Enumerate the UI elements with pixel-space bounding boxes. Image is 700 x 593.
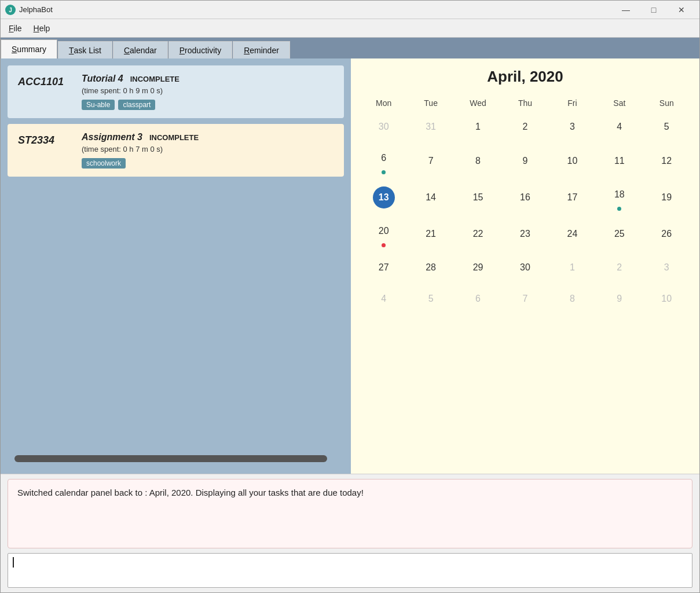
task-name-st2334: Assignment 3	[82, 132, 142, 142]
input-cursor	[13, 557, 14, 568]
calendar-day-2-5[interactable]: 18	[596, 179, 643, 215]
calendar-day-3-4[interactable]: 24	[549, 215, 596, 252]
calendar-day-1-1[interactable]: 7	[407, 142, 454, 179]
weekday-sat: Sat	[596, 95, 643, 111]
app-icon: J	[5, 5, 16, 15]
status-message: Switched calendar panel back to : April,…	[17, 488, 364, 497]
calendar-day-5-6[interactable]: 10	[643, 283, 690, 314]
scrollbar-track[interactable]	[14, 455, 327, 462]
calendar-day-4-4[interactable]: 1	[549, 252, 596, 283]
task-title-row-acc1101: Tutorial 4 INCOMPLETE	[82, 74, 179, 84]
calendar-day-2-2[interactable]: 15	[455, 179, 501, 215]
task-tags-st2334: schoolwork	[82, 158, 199, 169]
weekday-mon: Mon	[360, 95, 407, 111]
calendar-day-2-0[interactable]: 13	[360, 179, 407, 215]
calendar-day-0-6[interactable]: 5	[643, 111, 690, 142]
calendar-day-1-0[interactable]: 6	[360, 142, 407, 179]
calendar-day-3-6[interactable]: 26	[643, 215, 690, 252]
calendar-day-0-5[interactable]: 4	[596, 111, 643, 142]
task-time-st2334: (time spent: 0 h 7 m 0 s)	[82, 145, 199, 153]
calendar-day-0-3[interactable]: 2	[501, 111, 548, 142]
tag-schoolwork: schoolwork	[82, 158, 126, 169]
tag-classpart: classpart	[118, 100, 155, 110]
task-status-acc1101: INCOMPLETE	[130, 75, 179, 83]
calendar-day-5-0[interactable]: 4	[360, 283, 407, 314]
scrollbar-area	[8, 451, 344, 467]
calendar-day-0-2[interactable]: 1	[455, 111, 501, 142]
calendar-day-3-5[interactable]: 25	[596, 215, 643, 252]
calendar-day-2-6[interactable]: 19	[643, 179, 690, 215]
calendar-day-5-3[interactable]: 7	[501, 283, 548, 314]
calendar-week-3: 20212223242526	[360, 215, 690, 252]
right-panel: April, 2020 Mon Tue Wed Thu Fri Sat Sun …	[351, 58, 699, 474]
calendar-day-4-3[interactable]: 30	[501, 252, 548, 283]
calendar-day-5-4[interactable]: 8	[549, 283, 596, 314]
tab-productivity[interactable]: Productivity	[168, 41, 232, 58]
calendar-weekdays: Mon Tue Wed Thu Fri Sat Sun	[360, 95, 690, 111]
calendar-day-1-4[interactable]: 10	[549, 142, 596, 179]
weekday-wed: Wed	[455, 95, 501, 111]
calendar-day-4-6[interactable]: 3	[643, 252, 690, 283]
task-card-acc1101[interactable]: ACC1101 Tutorial 4 INCOMPLETE (time spen…	[8, 65, 344, 118]
calendar-day-5-5[interactable]: 9	[596, 283, 643, 314]
calendar-grid: Mon Tue Wed Thu Fri Sat Sun 303112345678…	[360, 95, 690, 314]
calendar-day-1-6[interactable]: 12	[643, 142, 690, 179]
calendar-day-2-3[interactable]: 16	[501, 179, 548, 215]
calendar-day-0-0[interactable]: 30	[360, 111, 407, 142]
calendar-week-0: 303112345	[360, 111, 690, 142]
calendar-day-1-5[interactable]: 11	[596, 142, 643, 179]
window-controls: — □ ✕	[613, 1, 695, 19]
tab-reminder[interactable]: Reminder	[233, 41, 290, 58]
calendar-day-4-2[interactable]: 29	[455, 252, 501, 283]
calendar-day-3-1[interactable]: 21	[407, 215, 454, 252]
calendar-day-4-1[interactable]: 28	[407, 252, 454, 283]
task-title-row-st2334: Assignment 3 INCOMPLETE	[82, 132, 199, 142]
task-details-acc1101: Tutorial 4 INCOMPLETE (time spent: 0 h 9…	[82, 74, 179, 110]
weekday-sun: Sun	[643, 95, 690, 111]
tab-calendar[interactable]: Calendar	[113, 41, 168, 58]
task-time-acc1101: (time spent: 0 h 9 m 0 s)	[82, 86, 179, 95]
tab-tasklist[interactable]: Task List	[58, 41, 112, 58]
tab-summary[interactable]: Summary	[1, 39, 57, 58]
calendar-day-0-4[interactable]: 3	[549, 111, 596, 142]
close-button[interactable]: ✕	[668, 1, 695, 19]
calendar-day-3-3[interactable]: 23	[501, 215, 548, 252]
calendar-week-5: 45678910	[360, 283, 690, 314]
calendar-day-2-4[interactable]: 17	[549, 179, 596, 215]
menu-help[interactable]: Help	[28, 21, 56, 35]
weekday-tue: Tue	[407, 95, 454, 111]
left-panel: ACC1101 Tutorial 4 INCOMPLETE (time spen…	[1, 58, 351, 474]
task-course-st2334: ST2334	[18, 132, 70, 147]
tag-suable: Su-able	[82, 100, 115, 110]
calendar-day-0-1[interactable]: 31	[407, 111, 454, 142]
maximize-button[interactable]: □	[640, 1, 667, 19]
task-name-acc1101: Tutorial 4	[82, 74, 123, 84]
app-title: JelphaBot	[19, 5, 53, 14]
calendar-day-3-0[interactable]: 20	[360, 215, 407, 252]
calendar-title: April, 2020	[360, 68, 690, 86]
task-card-st2334[interactable]: ST2334 Assignment 3 INCOMPLETE (time spe…	[8, 124, 344, 177]
status-box: Switched calendar panel back to : April,…	[8, 479, 692, 548]
calendar-day-2-1[interactable]: 14	[407, 179, 454, 215]
calendar-week-2: 13141516171819	[360, 179, 690, 215]
left-panel-spacer	[8, 182, 344, 445]
input-box[interactable]	[8, 553, 692, 588]
calendar-day-4-5[interactable]: 2	[596, 252, 643, 283]
calendar-day-3-2[interactable]: 22	[455, 215, 501, 252]
calendar-day-4-0[interactable]: 27	[360, 252, 407, 283]
weekday-thu: Thu	[501, 95, 548, 111]
minimize-button[interactable]: —	[613, 1, 639, 19]
calendar-week-1: 6789101112	[360, 142, 690, 179]
bottom-section: Switched calendar panel back to : April,…	[1, 474, 699, 592]
calendar-week-4: 27282930123	[360, 252, 690, 283]
calendar-day-5-1[interactable]: 5	[407, 283, 454, 314]
title-bar: J JelphaBot — □ ✕	[1, 1, 699, 19]
calendar-day-1-2[interactable]: 8	[455, 142, 501, 179]
tab-bar: Summary Task List Calendar Productivity …	[1, 38, 699, 58]
task-course-acc1101: ACC1101	[18, 74, 70, 88]
calendar-day-5-2[interactable]: 6	[455, 283, 501, 314]
title-bar-left: J JelphaBot	[5, 5, 53, 15]
task-tags-acc1101: Su-able classpart	[82, 100, 179, 110]
menu-file[interactable]: File	[3, 21, 28, 35]
calendar-day-1-3[interactable]: 9	[501, 142, 548, 179]
